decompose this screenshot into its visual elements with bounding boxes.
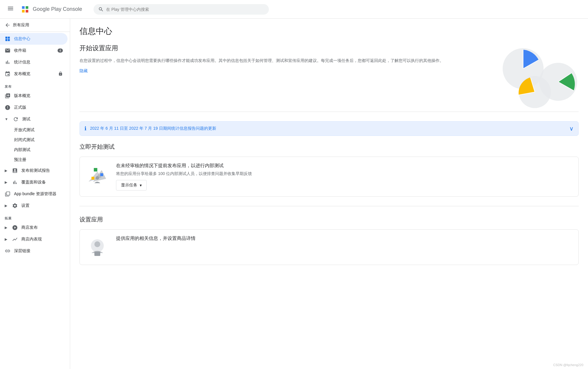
store-publish-icon <box>12 225 18 231</box>
sidebar-item-dashboard[interactable]: 信息中心 <box>0 33 68 45</box>
sidebar-item-stats[interactable]: 统计信息 <box>0 56 68 68</box>
topbar-title-text: Google Play Console <box>33 6 82 12</box>
inbox-badge: 4 <box>58 48 63 53</box>
test-icon <box>13 116 19 122</box>
show-tasks-arrow: ▾ <box>140 183 142 188</box>
topbar-logo: Google Play Console <box>20 4 90 15</box>
svg-rect-18 <box>94 252 100 256</box>
version-overview-icon <box>5 93 11 99</box>
sidebar-sub-internal-test[interactable]: 内部测试 <box>0 145 70 155</box>
notice-expand-icon: ∨ <box>569 125 574 132</box>
svg-rect-13 <box>100 173 103 176</box>
sidebar-sub-preregister[interactable]: 预注册 <box>0 155 70 165</box>
setup-app-card: 提供应用的相关信息，并设置商品详情 <box>79 229 579 265</box>
internal-test-card-desc: 将您的应用分享给最多 100 位内部测试人员，以便排查问题并收集早期反馈 <box>116 171 573 176</box>
svg-point-15 <box>96 176 99 180</box>
store-performance-expand-arrow: ▶ <box>5 237 7 241</box>
search-bar[interactable] <box>94 4 269 15</box>
hero-title: 开始设置应用 <box>79 44 487 53</box>
appbundle-icon <box>5 191 11 197</box>
sidebar-back-button[interactable]: 所有应用 <box>0 19 70 32</box>
deep-links-icon <box>5 248 11 254</box>
sidebar-item-deep-links-label: 深层链接 <box>14 248 30 254</box>
topbar: Google Play Console <box>0 0 588 19</box>
store-performance-icon <box>12 236 18 242</box>
page-title: 信息中心 <box>79 26 579 37</box>
test-collapse-arrow: ▼ <box>5 117 8 121</box>
show-tasks-button[interactable]: 显示任务 ▾ <box>116 180 147 190</box>
sidebar-item-coverage[interactable]: ▶ 覆盖面和设备 <box>0 176 68 188</box>
content-area: 信息中心 开始设置应用 在您设置的过程中，信息中心会说明您需要执行哪些操作才能成… <box>70 19 588 369</box>
sidebar: 所有应用 信息中心 收件箱 4 统计信息 <box>0 19 70 369</box>
internal-test-card-image <box>86 163 109 186</box>
setup-app-card-image <box>86 235 109 259</box>
sidebar-item-inbox[interactable]: 收件箱 4 <box>0 45 68 56</box>
setup-app-card-content: 提供应用的相关信息，并设置商品详情 <box>116 235 573 244</box>
internal-test-illustration <box>86 163 109 186</box>
sidebar-item-store-publish[interactable]: ▶ 商店发布 <box>0 222 68 233</box>
sidebar-section-expand: 拓展 <box>0 212 70 222</box>
prerelease-expand-arrow: ▶ <box>5 169 7 173</box>
sidebar-back-label: 所有应用 <box>13 22 29 28</box>
start-testing-section: 立即开始测试 <box>79 143 579 197</box>
main-layout: 所有应用 信息中心 收件箱 4 统计信息 <box>0 19 588 369</box>
sidebar-item-stats-label: 统计信息 <box>14 60 30 65</box>
start-testing-title: 立即开始测试 <box>79 143 579 151</box>
sidebar-item-version-overview[interactable]: 版本概览 <box>0 90 68 102</box>
store-publish-expand-arrow: ▶ <box>5 226 7 230</box>
internal-test-card: 在未经审核的情况下提前发布应用，以进行内部测试 将您的应用分享给最多 100 位… <box>79 157 579 197</box>
sidebar-item-prerelease-report[interactable]: ▶ 发布前测试报告 <box>0 165 68 176</box>
hero-text: 开始设置应用 在您设置的过程中，信息中心会说明您需要执行哪些操作才能成功发布应用… <box>79 44 487 74</box>
sidebar-item-production[interactable]: 正式版 <box>0 102 68 113</box>
sidebar-item-appbundle[interactable]: App bundle 资源管理器 <box>0 188 68 200</box>
sidebar-item-version-overview-label: 版本概览 <box>14 93 30 98</box>
open-test-label: 开放式测试 <box>14 127 34 133</box>
inbox-icon <box>5 48 11 53</box>
setup-app-section: 设置应用 提供应用的相关信息，并设置商品详情 <box>79 206 579 265</box>
svg-rect-0 <box>20 4 30 15</box>
sidebar-section-publish: 发布 <box>0 80 70 90</box>
play-console-logo-icon <box>20 4 30 15</box>
search-icon <box>98 6 104 12</box>
sidebar-item-production-label: 正式版 <box>14 105 26 110</box>
dashboard-icon <box>5 36 11 42</box>
setup-app-card-title: 提供应用的相关信息，并设置商品详情 <box>116 235 573 242</box>
sidebar-item-appbundle-label: App bundle 资源管理器 <box>14 191 56 197</box>
stats-icon <box>5 59 11 65</box>
sidebar-item-inbox-label: 收件箱 <box>14 48 26 53</box>
sidebar-item-store-performance[interactable]: ▶ 商店内表现 <box>0 233 68 245</box>
sidebar-item-settings-label: 设置 <box>21 203 30 208</box>
internal-test-card-title: 在未经审核的情况下提前发布应用，以进行内部测试 <box>116 163 573 169</box>
settings-expand-arrow: ▶ <box>5 204 7 208</box>
notice-text: 2022 年 6 月 11 日至 2022 年 7 月 19 日期间统计信息报告… <box>90 126 566 131</box>
svg-rect-14 <box>91 177 94 180</box>
sidebar-item-prerelease-label: 发布前测试报告 <box>21 168 50 173</box>
hamburger-menu-button[interactable] <box>5 3 16 16</box>
internal-test-card-content: 在未经审核的情况下提前发布应用，以进行内部测试 将您的应用分享给最多 100 位… <box>116 163 573 190</box>
sidebar-item-dashboard-label: 信息中心 <box>14 36 30 41</box>
setup-app-title: 设置应用 <box>79 216 579 224</box>
bubble-chart-illustration <box>497 44 579 108</box>
prerelease-report-icon <box>12 168 18 174</box>
sidebar-item-test[interactable]: ▼ 测试 <box>0 113 68 125</box>
coverage-icon <box>12 179 18 185</box>
settings-icon <box>12 203 18 209</box>
production-icon <box>5 105 11 110</box>
preregister-label: 预注册 <box>14 157 26 162</box>
svg-rect-12 <box>94 168 97 171</box>
hero-section: 开始设置应用 在您设置的过程中，信息中心会说明您需要执行哪些操作才能成功发布应用… <box>79 44 579 112</box>
show-tasks-label: 显示任务 <box>121 183 137 188</box>
sidebar-item-release-overview-label: 发布概览 <box>14 71 30 77</box>
notice-bar[interactable]: ℹ 2022 年 6 月 11 日至 2022 年 7 月 19 日期间统计信息… <box>79 121 579 136</box>
hero-image <box>497 44 579 102</box>
setup-app-illustration <box>86 235 109 259</box>
sidebar-item-settings[interactable]: ▶ 设置 <box>0 200 68 212</box>
sidebar-sub-open-test[interactable]: 开放式测试 <box>0 125 70 135</box>
hero-hide-link[interactable]: 隐藏 <box>79 68 88 73</box>
search-input[interactable] <box>106 7 264 12</box>
sidebar-item-deep-links[interactable]: 深层链接 <box>0 245 68 257</box>
closed-test-label: 封闭式测试 <box>14 137 34 143</box>
sidebar-sub-closed-test[interactable]: 封闭式测试 <box>0 135 70 145</box>
watermark: CSDN @fqcheng220 <box>553 363 583 367</box>
sidebar-item-release-overview[interactable]: 发布概览 <box>0 68 68 80</box>
